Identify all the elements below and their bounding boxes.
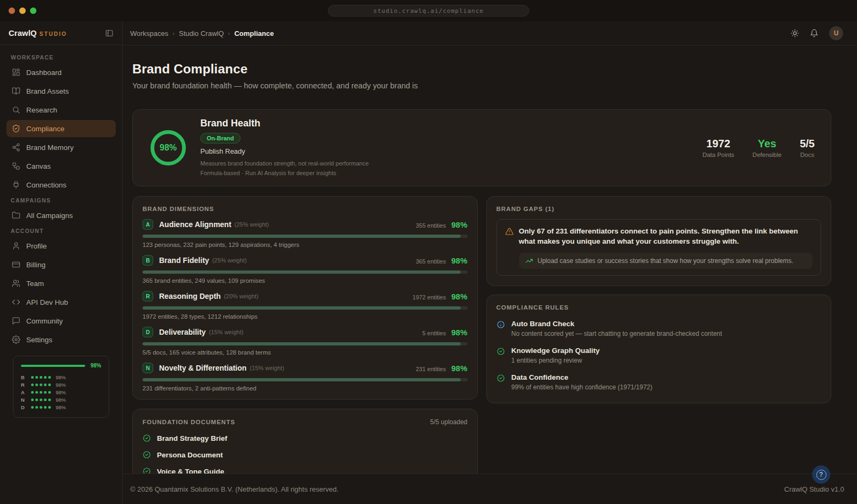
score-value: 98% <box>56 382 66 388</box>
notifications-bell-icon[interactable] <box>810 29 818 37</box>
sidebar-item-label: Community <box>26 317 63 325</box>
logo-brand: CrawlQ <box>9 28 37 37</box>
dashboard-icon <box>12 68 20 77</box>
sidebar-item-brand-memory[interactable]: Brand Memory <box>6 139 116 156</box>
breadcrumb-current: Compliance <box>234 29 274 37</box>
sidebar-item-brand-assets[interactable]: Brand Assets <box>6 82 116 100</box>
dimension-badge: A <box>142 219 153 230</box>
sidebar: CrawlQSTUDIO WORKSPACE Dashboard Brand A… <box>0 21 123 504</box>
traffic-lights[interactable] <box>9 7 36 14</box>
dimension-weight: (20% weight) <box>224 293 258 299</box>
health-title: Brand Health <box>200 118 369 129</box>
sidebar-collapse-icon[interactable] <box>105 29 114 37</box>
brand-gaps-heading: BRAND GAPS (1) <box>497 206 822 212</box>
health-score-value: 98% <box>160 143 177 153</box>
warning-triangle-icon <box>505 227 514 236</box>
stat-docs: 5/5 Docs <box>800 138 815 158</box>
theme-toggle-sun-icon[interactable] <box>791 29 799 37</box>
right-column: BRAND GAPS (1) Only 67 of 231 differenti… <box>486 196 832 403</box>
folder-icon <box>12 211 20 220</box>
breadcrumb-studio-crawlq[interactable]: Studio CrawlQ <box>179 29 224 37</box>
score-row-d: D 98% <box>21 403 101 411</box>
sidebar-item-all-campaigns[interactable]: All Campaigns <box>6 207 116 224</box>
sidebar-item-label: Compliance <box>26 125 64 133</box>
dimension-badge: N <box>142 363 153 373</box>
rule-description: No content scored yet — start chatting t… <box>512 330 723 337</box>
score-letter: B <box>21 374 26 380</box>
score-value: 98% <box>56 374 66 380</box>
page-subtitle: Your brand foundation health — how compl… <box>132 81 831 90</box>
dimension-progress-bar <box>142 378 468 381</box>
page-content: Brand Compliance Your brand foundation h… <box>123 46 857 473</box>
sidebar-item-label: Settings <box>26 336 52 344</box>
health-stats: 1972 Data Points Yes Defensible 5/5 Docs <box>702 138 815 158</box>
rule-data-confidence: Data Confidence 99% of entities have hig… <box>497 373 822 391</box>
breadcrumb-workspaces[interactable]: Workspaces <box>130 29 168 37</box>
credit-card-icon <box>12 260 20 269</box>
document-label: Persona Document <box>157 451 223 459</box>
dimension-audience-alignment: A Audience Alignment (25% weight) 355 en… <box>142 219 468 248</box>
dimension-name: Brand Fidelity <box>159 256 209 265</box>
app-version: CrawlQ Studio v1.0 <box>784 485 844 493</box>
foundation-documents-heading: FOUNDATION DOCUMENTS <box>142 419 235 425</box>
sidebar-item-team[interactable]: Team <box>6 275 116 292</box>
dimension-progress-bar <box>142 235 468 238</box>
sidebar-item-community[interactable]: Community <box>6 312 116 329</box>
info-circle-icon <box>497 320 505 329</box>
dimension-detail: 5/5 docs, 165 voice attributes, 128 bran… <box>142 349 468 356</box>
health-status: Publish Ready <box>200 147 369 155</box>
left-column: BRAND DIMENSIONS A Audience Alignment (2… <box>132 196 478 473</box>
sidebar-item-connections[interactable]: Connections <box>6 176 116 193</box>
gap-message: Only 67 of 231 differentiators connect t… <box>519 227 813 247</box>
rule-description: 1 entities pending review <box>512 357 600 364</box>
question-mark-icon: ? <box>816 470 826 480</box>
dimension-entities: 355 entities <box>416 222 446 229</box>
sidebar-item-compliance[interactable]: Compliance <box>6 120 116 137</box>
score-dots <box>31 391 51 394</box>
sidebar-item-label: Brand Memory <box>26 144 74 152</box>
breadcrumb-separator: › <box>172 30 175 36</box>
check-circle-icon <box>497 347 505 356</box>
maximize-window-icon[interactable] <box>30 7 36 14</box>
minimize-window-icon[interactable] <box>19 7 26 14</box>
foundation-documents-card: FOUNDATION DOCUMENTS 5/5 uploaded Brand … <box>132 409 478 473</box>
rule-auto-brand-check: Auto Brand Check No content scored yet —… <box>497 320 822 337</box>
nav-section-campaigns: CAMPAIGNS <box>11 197 111 204</box>
stat-defensible: Yes Defensible <box>753 138 781 158</box>
brand-gaps-card: BRAND GAPS (1) Only 67 of 231 differenti… <box>486 196 832 286</box>
dimension-name: Deliverability <box>159 328 206 336</box>
user-avatar[interactable]: U <box>829 26 843 40</box>
sidebar-item-profile[interactable]: Profile <box>6 237 116 254</box>
close-window-icon[interactable] <box>9 7 15 14</box>
breadcrumb-separator: › <box>228 30 230 36</box>
rule-description: 99% of entities have high confidence (19… <box>512 383 653 391</box>
nav-section-account: ACCOUNT <box>11 228 111 234</box>
score-dots <box>31 398 51 401</box>
sidebar-item-dashboard[interactable]: Dashboard <box>6 64 116 81</box>
score-dots <box>31 383 51 386</box>
dimension-progress-bar <box>142 306 468 310</box>
dimension-badge: D <box>142 327 153 337</box>
shield-check-icon <box>12 124 20 133</box>
sidebar-item-research[interactable]: Research <box>6 101 116 118</box>
document-row: Brand Strategy Brief <box>142 434 468 442</box>
brand-score-widget: 98% B 98% R 98% A 98% N <box>13 356 109 418</box>
logo-suffix: STUDIO <box>40 31 67 37</box>
on-brand-badge: On-Brand <box>200 133 240 144</box>
app-logo: CrawlQSTUDIO <box>9 28 67 37</box>
address-bar[interactable]: studio.crawlq.ai/compliance <box>328 5 529 17</box>
sidebar-item-settings[interactable]: Settings <box>6 331 116 348</box>
score-value: 98% <box>56 404 66 410</box>
stat-label: Defensible <box>753 152 781 158</box>
sidebar-item-api-dev-hub[interactable]: API Dev Hub <box>6 294 116 311</box>
window-titlebar: studio.crawlq.ai/compliance <box>0 0 857 21</box>
dimension-entities: 365 entities <box>416 258 446 265</box>
help-button[interactable]: ? <box>812 465 830 484</box>
sidebar-item-canvas[interactable]: Canvas <box>6 157 116 175</box>
book-open-icon <box>12 87 20 95</box>
document-row: Voice & Tone Guide <box>142 467 468 473</box>
score-letter: A <box>21 389 26 395</box>
sidebar-item-billing[interactable]: Billing <box>6 256 116 273</box>
overall-score-value: 98% <box>91 363 101 368</box>
dimension-score: 98% <box>451 256 467 265</box>
